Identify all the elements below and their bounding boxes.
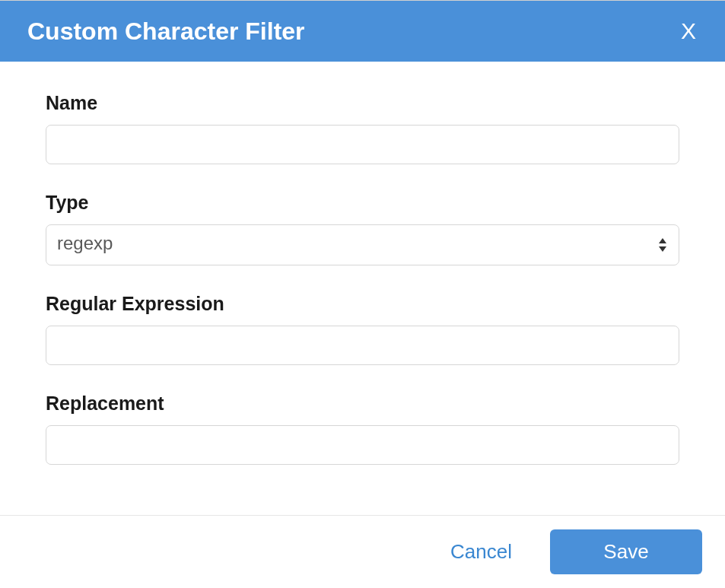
name-label: Name [46, 92, 679, 114]
replacement-label: Replacement [46, 393, 679, 415]
dialog-title: Custom Character Filter [27, 17, 305, 46]
close-icon[interactable]: X [675, 17, 702, 46]
type-label: Type [46, 192, 679, 214]
name-input[interactable] [46, 125, 679, 164]
replacement-input[interactable] [46, 425, 679, 465]
form-group-name: Name [46, 92, 679, 164]
save-button[interactable]: Save [550, 529, 702, 574]
regex-label: Regular Expression [46, 293, 679, 315]
dialog-body: Name Type regexp Regular Expression Repl… [0, 62, 725, 515]
custom-character-filter-dialog: Custom Character Filter X Name Type rege… [0, 0, 725, 588]
form-group-regex: Regular Expression [46, 293, 679, 365]
type-select[interactable]: regexp [46, 224, 679, 265]
form-group-type: Type regexp [46, 192, 679, 265]
form-group-replacement: Replacement [46, 393, 679, 465]
dialog-header: Custom Character Filter X [0, 1, 725, 62]
cancel-button[interactable]: Cancel [435, 532, 527, 571]
regex-input[interactable] [46, 326, 679, 365]
dialog-footer: Cancel Save [0, 515, 725, 588]
type-select-wrapper: regexp [46, 224, 679, 265]
